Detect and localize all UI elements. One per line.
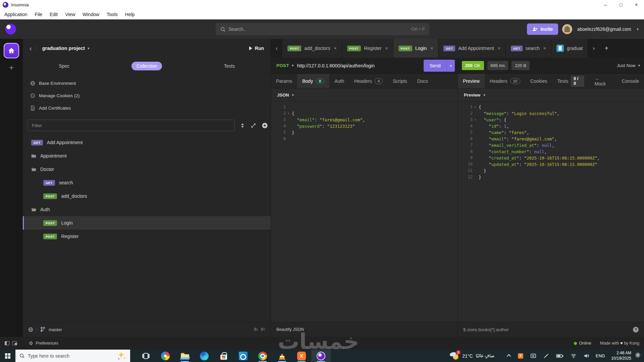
taskbar-app-photos[interactable] [156,350,175,362]
taskbar-app-explorer[interactable] [175,350,195,362]
menu-tools[interactable]: Tools [103,12,121,17]
tab-headers[interactable]: Headers4 [349,74,388,88]
tray-overflow-chevron-icon[interactable] [506,354,511,359]
request-add_doctors[interactable]: POSTadd_doctors [23,189,271,203]
filter-input[interactable]: Filter [28,120,235,131]
taskbar-app-vlc[interactable] [272,350,292,362]
account-avatar[interactable] [562,24,572,34]
request-add-appointment[interactable]: GETAdd Appointment [23,136,271,149]
send-button[interactable]: Send ▾ [424,60,455,72]
menu-window[interactable]: Window [79,12,103,17]
sync-push-count[interactable]: 0↑ [261,327,265,332]
pen-icon[interactable] [543,353,549,359]
help-icon[interactable]: ? [633,327,639,333]
tab-spec[interactable]: Spec [23,58,105,74]
request-register[interactable]: POSTRegister [23,230,271,243]
tab-mock[interactable]: → Mock [589,74,616,88]
close-tab-icon[interactable]: × [543,46,546,51]
folder-auth[interactable]: Auth [23,203,271,216]
close-tab-icon[interactable]: × [498,46,500,51]
tab-params[interactable]: Params [271,74,297,88]
tab-cookies[interactable]: Cookies [525,74,552,88]
response-history-dropdown[interactable]: Just Now▾ [617,63,640,68]
preview-mode-select[interactable]: Preview [464,93,480,98]
fold-caret-icon[interactable]: ▾ [286,110,291,117]
tab-auth[interactable]: Auth [329,74,349,88]
menu-view[interactable]: View [61,12,79,17]
run-button[interactable]: Run [249,46,264,51]
home-button[interactable] [4,43,19,58]
env-item-cookie[interactable]: Manage Cookies (2) [23,89,271,102]
expand-icon[interactable] [251,123,256,128]
back-chevron-icon[interactable]: ‹ [30,45,32,52]
request-login[interactable]: POSTLogin [23,216,271,230]
account-email[interactable]: aboelezzf626@gmail.com [577,26,631,32]
tabs-back-chevron-icon[interactable]: ‹ [271,39,282,58]
battery-icon[interactable] [556,354,564,358]
request-tab-search[interactable]: GETsearch× [506,39,551,58]
taskbar-app-outlook[interactable] [233,350,253,362]
toggle-left-panel-icon[interactable] [5,341,9,345]
close-button[interactable]: × [629,0,644,9]
send-options-caret-icon[interactable]: ▾ [447,64,455,68]
request-body-editor[interactable]: 12▾{3 "email": "fares@gmail.com",4 "pass… [271,102,458,142]
env-item-certificate[interactable]: Add Certificates [23,102,271,114]
tab-response-headers[interactable]: Headers10 [485,74,525,88]
menu-application[interactable]: Application [1,12,31,17]
preview-mode-caret-icon[interactable]: ▾ [483,93,485,97]
folder-appointment[interactable]: Appointment [23,149,271,163]
account-menu-caret-icon[interactable]: ▾ [637,27,639,32]
tab-tests[interactable]: Tests [188,58,271,74]
taskbar-app-edge[interactable] [195,350,214,362]
body-type-select[interactable]: JSON [277,93,289,98]
close-tab-icon[interactable]: × [385,46,388,51]
method-select[interactable]: POST [276,63,289,68]
start-button[interactable] [0,350,15,362]
sort-icon[interactable] [240,123,245,128]
request-tab-register[interactable]: POSTRegister× [342,39,393,58]
invite-button[interactable]: Invite [527,23,558,35]
sync-pull-count[interactable]: 0↓ [254,327,259,332]
env-item-globe[interactable]: Base Environment [23,77,271,89]
global-search-input[interactable]: Search.. Ctrl + P [216,23,429,35]
project-caret-icon[interactable]: ▾ [88,46,90,51]
tab-docs[interactable]: Docs [412,74,433,88]
response-body-viewer[interactable]: 1▾{2 "message": "Login successful",3▾ "u… [458,102,644,180]
tabs-forward-chevron-icon[interactable]: › [588,39,599,58]
new-project-button[interactable]: + [0,63,23,72]
close-tab-icon[interactable]: × [430,46,433,51]
tab-preview[interactable]: Preview [458,74,485,88]
body-type-caret-icon[interactable]: ▾ [292,93,294,97]
add-request-icon[interactable] [262,123,268,128]
minimize-button[interactable]: – [598,0,613,9]
maximize-button[interactable]: □ [613,0,629,9]
method-caret-icon[interactable]: ▾ [292,63,294,68]
tab-tests[interactable]: Tests0 / 0 [552,74,590,88]
volume-icon[interactable] [584,353,590,358]
folder-doctor[interactable]: Doctor [23,163,271,176]
wifi-icon[interactable] [571,353,577,358]
taskbar-app-task-view[interactable] [136,350,156,362]
tab-body[interactable]: Body [297,74,329,88]
taskbar-app-chrome[interactable] [253,350,272,362]
jsonpath-filter-input[interactable]: $.store.books[*].author [463,327,509,332]
copilot-sparkle-icon[interactable] [117,352,126,360]
request-search[interactable]: GETsearch [23,176,271,189]
taskbar-app-insomnia[interactable] [311,350,331,362]
device-icon[interactable] [530,353,536,359]
project-name[interactable]: graduation project [42,46,85,51]
tab-scripts[interactable]: Scripts [388,74,412,88]
url-input[interactable]: http://127.0.0.1:8000/api/authen/login [297,63,375,68]
menu-help[interactable]: Help [121,12,139,17]
fold-caret-icon[interactable]: ▾ [473,117,478,123]
taskbar-app-store[interactable] [214,350,233,362]
language-indicator[interactable]: ENG [596,353,605,358]
request-tab-login[interactable]: POSTLogin× [393,39,439,58]
tab-collection[interactable]: Collection [105,58,188,74]
fold-caret-icon[interactable]: ▾ [473,104,478,110]
xampp-tray-icon[interactable]: X [518,353,523,359]
preferences-button[interactable]: ⚙ Preferences [29,341,58,346]
request-tab-add-appointment[interactable]: GETAdd Appointment× [438,39,506,58]
taskbar-search-input[interactable]: Type here to search [15,350,130,362]
close-tab-icon[interactable]: × [334,46,337,51]
